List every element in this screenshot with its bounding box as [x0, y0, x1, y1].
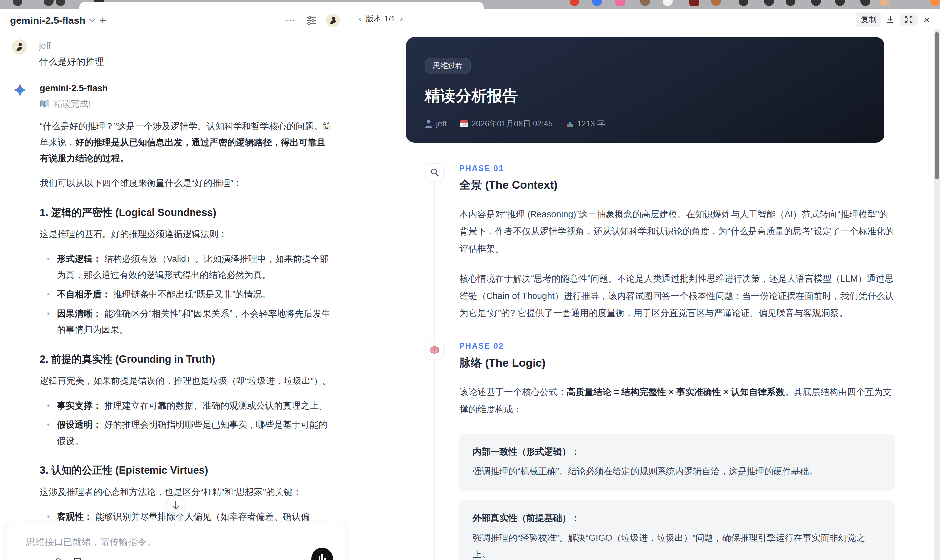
open-book-icon — [40, 100, 49, 108]
assistant-message: gemini-2.5-flash 精读完成! “什么是好的推理？”这是一个涉及逻… — [12, 82, 333, 560]
divider — [43, 558, 43, 560]
report-header-card: 思维过程 精读分析报告 jeff 17 2026年01月08日 02:45 — [406, 37, 885, 143]
magnifier-icon — [426, 163, 444, 181]
section-intro: 逻辑再完美，如果前提是错误的，推理也是垃圾（即“垃圾进，垃圾出”）。 — [40, 373, 333, 389]
timeline-rail — [434, 167, 435, 364]
user-avatar — [12, 39, 27, 55]
phase-paragraph: 该论述基于一个核心公式：高质量结论 = 结构完整性 × 事实准确性 × 认知自律… — [459, 384, 895, 418]
scrollbar-track[interactable] — [934, 29, 940, 560]
extension-icon — [570, 0, 579, 6]
assistant-name: gemini-2.5-flash — [40, 83, 333, 94]
attach-plus-button[interactable]: + — [26, 556, 33, 560]
timeline-rail — [434, 345, 435, 560]
scroll-to-bottom-button[interactable] — [166, 496, 185, 515]
brain-icon — [426, 341, 444, 359]
assistant-status-text: 精读完成! — [54, 98, 90, 110]
phase-title: 全景 (The Context) — [459, 177, 895, 193]
phase-label: PHASE 01 — [459, 164, 895, 173]
section-intro: 这是推理的基石。好的推理必须遵循逻辑法则： — [40, 226, 333, 242]
extension-icon — [689, 0, 699, 6]
list-item: •事实支撑：推理建立在可靠的数据、准确的观测或公认的真理之上。 — [47, 398, 333, 414]
version-label: 版本 1/1 — [366, 14, 395, 24]
chat-scroll-area[interactable]: jeff 什么是好的推理 — [0, 31, 352, 560]
list-item: •因果清晰：能准确区分“相关性”和“因果关系”，不会轻率地将先后发生的事情归为因… — [47, 306, 333, 338]
report-meta: jeff 17 2026年01月08日 02:45 1213 字 — [425, 118, 866, 129]
extension-icon — [640, 0, 650, 6]
section-heading: 3. 认知的公正性 (Epistemic Virtues) — [40, 463, 333, 477]
version-prev-button[interactable]: ‹ — [358, 14, 361, 24]
assistant-paragraph: “什么是好的推理？”这是一个涉及逻辑学、认知科学和哲学核心的问题。简单来说，好的… — [40, 118, 333, 167]
section-intro: 这涉及推理者的心态和方法论，也是区分“杠精”和“思想家”的关键： — [40, 484, 333, 500]
user-message-text: 什么是好的推理 — [39, 55, 333, 68]
composer-input[interactable]: 思维接口已就绪，请传输指令。 — [26, 536, 326, 548]
artifact-toolbar: ‹ 版本 1/1 › 复制 — [352, 9, 940, 29]
chat-header: gemini-2.5-flash + ⋯ — [0, 9, 352, 31]
gemini-star-icon — [12, 82, 28, 98]
logic-card: 外部真实性（前提基础）： 强调推理的“经验校准”。解决“GIGO（垃圾进，垃圾出… — [459, 500, 895, 560]
list-item: •形式逻辑：结构必须有效（Valid）。比如演绎推理中，如果前提全部为真，那么通… — [47, 251, 333, 283]
user-avatar[interactable] — [326, 14, 340, 28]
chevron-down-icon — [89, 18, 96, 23]
extension-icon — [764, 0, 774, 6]
extension-icon — [880, 0, 889, 6]
browser-strip — [0, 0, 940, 9]
report-scroll-area[interactable]: 思维过程 精读分析报告 jeff 17 2026年01月08日 02:45 — [352, 29, 934, 560]
extension-icon — [55, 0, 65, 6]
phase-paragraph: 本内容是对“推理 (Reasoning)”这一抽象概念的高层建模。在知识爆炸与人… — [459, 206, 895, 257]
artifact-panel: ‹ 版本 1/1 › 复制 — [352, 9, 940, 560]
extension-icon — [663, 0, 673, 6]
section-heading: 2. 前提的真实性 (Grounding in Truth) — [40, 352, 333, 366]
user-message: jeff 什么是好的推理 — [12, 39, 333, 68]
copy-button[interactable]: 复制 — [856, 12, 881, 28]
assistant-status: 精读完成! — [40, 98, 333, 110]
chat-panel: gemini-2.5-flash + ⋯ — [0, 9, 352, 560]
phase-label: PHASE 02 — [459, 342, 895, 351]
extension-icon — [738, 0, 749, 6]
user-name: jeff — [39, 41, 333, 51]
new-chat-button[interactable]: + — [99, 14, 106, 28]
assistant-paragraph: 我们可以从以下四个维度来衡量什么是“好的推理”： — [40, 175, 333, 191]
logic-card: 内部一致性（形式逻辑）： 强调推理的“机械正确”。结论必须在给定的规则系统内逻辑… — [459, 434, 895, 491]
download-icon[interactable] — [886, 15, 895, 24]
browser-tab[interactable] — [79, 2, 484, 9]
phase-2-section: PHASE 02 脉络 (The Logic) 该论述基于一个核心公式：高质量结… — [426, 341, 895, 560]
voice-input-button[interactable] — [311, 548, 333, 560]
logic-cards: 内部一致性（形式逻辑）： 强调推理的“机械正确”。结论必须在给定的规则系统内逻辑… — [459, 434, 895, 560]
tools-diamonds-button[interactable] — [53, 558, 63, 560]
model-selector[interactable]: gemini-2.5-flash — [10, 15, 96, 26]
screen: gemini-2.5-flash + ⋯ — [0, 0, 940, 560]
expand-icon[interactable] — [900, 12, 917, 26]
list-item: •不自相矛盾：推理链条中不能出现“既是又非”的情况。 — [47, 286, 333, 303]
extension-icon — [811, 0, 821, 6]
report-title: 精读分析报告 — [425, 86, 866, 106]
section-heading: 1. 逻辑的严密性 (Logical Soundness) — [40, 206, 333, 220]
report-badge: 思维过程 — [425, 57, 471, 74]
person-icon — [425, 119, 433, 128]
svg-text:17: 17 — [462, 123, 466, 127]
calendar-icon: 17 — [460, 119, 468, 128]
arrow-down-icon — [171, 501, 180, 510]
phase-paragraph: 核心情境在于解决“思考的随意性”问题。不论是人类通过批判性思维进行决策，还是大语… — [459, 271, 895, 322]
composer: 思维接口已就绪，请传输指令。 + — [7, 522, 345, 560]
version-next-button[interactable]: › — [399, 14, 402, 24]
extension-icon — [592, 0, 602, 6]
extension-icon — [930, 0, 940, 6]
extension-icon — [711, 0, 721, 6]
more-options-button[interactable]: ⋯ — [285, 14, 296, 27]
list-item: •假设透明：好的推理会明确指明哪些是已知事实，哪些是基于可能的假设。 — [47, 417, 333, 449]
close-button[interactable]: × — [922, 14, 931, 25]
bar-chart-icon — [566, 120, 574, 128]
phase-title: 脉络 (The Logic) — [459, 355, 895, 371]
date-meta: 17 2026年01月08日 02:45 — [460, 118, 553, 129]
author-meta: jeff — [425, 119, 447, 128]
extension-icon — [615, 0, 625, 6]
extension-icon — [835, 0, 845, 6]
extension-icon — [786, 0, 795, 6]
phase-1-section: PHASE 01 全景 (The Context) 本内容是对“推理 (Reas… — [426, 163, 895, 341]
word-count-meta: 1213 字 — [566, 118, 605, 129]
extension-icon — [860, 0, 870, 6]
settings-sliders-icon[interactable] — [306, 15, 317, 26]
scrollbar-thumb[interactable] — [935, 32, 939, 179]
bookmark-button[interactable] — [74, 558, 82, 560]
extension-icon — [44, 0, 54, 6]
